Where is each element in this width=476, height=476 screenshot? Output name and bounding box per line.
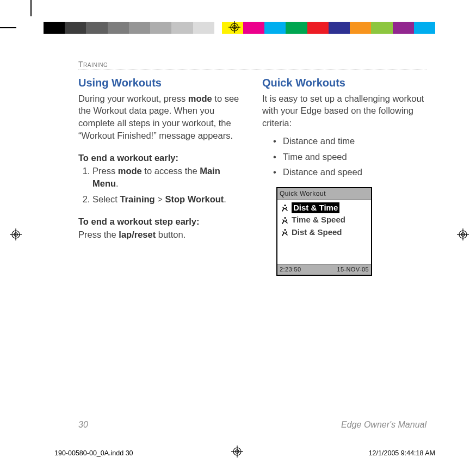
register-mark-icon [10,228,22,240]
right-para: It is easy to set up a challenging worko… [262,92,426,129]
step-1: Press mode to access the Main Menu. [92,165,243,190]
page-number: 30 [78,420,88,430]
svg-point-17 [284,217,286,219]
crop-v [30,0,32,16]
device-row: Time & Speed [279,214,369,226]
page-footer: 30 Edge Owner's Manual [78,419,426,430]
left-column: Using Workouts During your workout, pres… [78,76,243,276]
color-swatch [371,22,392,34]
device-status-bar: 2:23:50 15-NOV-05 [277,264,371,275]
imposition-line: 190-00580-00_0A.indd 30 12/1/2005 9:44:1… [54,449,435,457]
runner-icon [280,217,289,224]
color-swatch [171,22,193,34]
svg-point-18 [284,229,286,231]
color-swatch [264,22,286,34]
runner-icon [280,204,289,212]
impo-timestamp: 12/1/2005 9:44:18 AM [369,449,435,457]
device-item-label: Time & Speed [292,214,345,226]
device-time: 2:23:50 [280,265,301,274]
device-date: 15-NOV-05 [337,265,369,274]
color-swatch [193,22,214,34]
device-item-label: Dist & Speed [292,227,342,238]
right-column: Quick Workouts It is easy to set up a ch… [262,76,426,276]
subhead-end-step-early: To end a workout step early: [78,215,243,228]
color-swatch [150,22,171,34]
heading-quick-workouts: Quick Workouts [262,76,426,91]
color-swatch [329,22,350,34]
device-row: Dist & Speed [279,226,369,239]
svg-point-16 [284,205,286,206]
color-swatch [307,22,329,34]
mode-keyword: mode [188,94,212,103]
runner-icon [280,228,289,236]
doc-title: Edge Owner's Manual [341,420,426,430]
section-label: Training [78,60,426,70]
color-swatch [243,22,264,34]
device-title: Quick Workout [277,188,371,200]
color-swatch [65,22,86,34]
color-swatch [44,22,65,34]
page-body: Training Using Workouts During your work… [78,60,426,430]
impo-file: 190-00580-00_0A.indd 30 [54,449,133,457]
list-item: Distance and speed [273,166,426,178]
color-swatch [393,22,414,34]
color-swatch [414,22,435,34]
color-swatch [286,22,307,34]
list-item: Time and speed [273,151,426,163]
crop-marks [0,0,41,41]
color-swatch [86,22,107,34]
color-swatch [214,22,222,34]
heading-using-workouts: Using Workouts [78,76,243,91]
sub2-line: Press the lap/reset button. [78,228,243,241]
color-swatch [350,22,371,34]
step-2: Select Training > Stop Workout. [92,193,243,206]
subhead-end-early: To end a workout early: [78,152,243,164]
color-swatch [129,22,150,34]
device-screenshot: Quick Workout Dist & Time Time & Speed D… [276,187,372,276]
crop-h [0,27,16,28]
device-row-selected: Dist & Time [279,202,369,214]
list-item: Distance and time [273,135,426,147]
register-mark-icon [228,21,240,33]
device-body: Dist & Time Time & Speed Dist & Speed [277,200,371,264]
device-item-label: Dist & Time [292,202,339,214]
register-mark-icon [457,228,469,240]
criteria-list: Distance and time Time and speed Distanc… [262,135,426,178]
steps-list: Press mode to access the Main Menu. Sele… [78,165,243,205]
left-para: During your workout, press mode to see t… [78,92,243,142]
color-swatch [108,22,129,34]
